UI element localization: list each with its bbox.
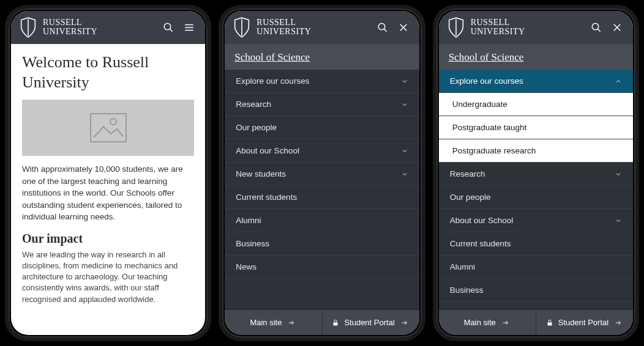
brand-line2: UNIVERSITY [471, 28, 525, 37]
section-breadcrumb: School of Science [439, 44, 633, 70]
brand-logo[interactable]: RUSSELL UNIVERSITY [20, 17, 97, 38]
section-breadcrumb: School of Science [225, 44, 419, 70]
brand-logo[interactable]: RUSSELL UNIVERSITY [233, 17, 311, 38]
student-portal-label: Student Portal [558, 318, 608, 327]
lock-icon [332, 318, 339, 327]
shield-icon [233, 17, 250, 38]
shield-icon [20, 17, 37, 38]
close-icon [612, 22, 623, 33]
arrow-right-icon [501, 319, 511, 326]
menu-item-label: New students [236, 169, 286, 179]
brand-line2: UNIVERSITY [256, 28, 311, 37]
menu-item-people[interactable]: Our people [225, 116, 419, 139]
main-site-button[interactable]: Main site [439, 310, 536, 335]
menu-item-news[interactable]: News [439, 302, 633, 309]
menu-item-label: Current students [450, 239, 511, 248]
menu-item-current-students[interactable]: Current students [225, 186, 419, 209]
main-site-button[interactable]: Main site [225, 310, 321, 335]
impact-paragraph: We are leading the way in research in al… [22, 249, 194, 305]
svg-rect-9 [547, 322, 552, 325]
svg-line-5 [384, 29, 387, 32]
brand-line1: RUSSELL [471, 18, 525, 28]
lock-icon [546, 318, 553, 327]
nav-menu-expanded: School of Science Explore our courses Un… [439, 44, 633, 335]
menu-item-alumni[interactable]: Alumni [225, 209, 419, 232]
menu-item-courses-expanded[interactable]: Explore our courses [439, 70, 633, 93]
brand-line2: UNIVERSITY [43, 28, 97, 37]
student-portal-button[interactable]: Student Portal [322, 310, 419, 335]
image-placeholder-icon [90, 113, 127, 142]
menu-item-label: Explore our courses [236, 76, 309, 86]
nav-menu: School of Science Explore our courses Re… [225, 44, 419, 335]
section-link[interactable]: School of Science [449, 51, 524, 63]
phone-frame-3: RUSSELL UNIVERSITY School of Science Exp… [433, 5, 639, 341]
menu-item-courses[interactable]: Explore our courses [225, 70, 419, 93]
submenu-item-undergraduate[interactable]: Undergraduate [439, 93, 633, 116]
menu-item-label: Business [236, 239, 269, 248]
svg-line-1 [170, 29, 173, 32]
chevron-down-icon [401, 147, 408, 155]
chevron-down-icon [615, 171, 622, 178]
menu-button[interactable] [182, 20, 197, 35]
bottom-bar: Main site Student Portal [439, 309, 633, 335]
impact-heading: Our impact [22, 232, 194, 246]
student-portal-label: Student Portal [344, 318, 394, 327]
svg-point-3 [110, 119, 116, 125]
close-icon [398, 22, 409, 33]
search-button[interactable] [375, 20, 390, 35]
search-icon [591, 22, 602, 33]
brand-line1: RUSSELL [43, 18, 97, 28]
svg-point-0 [165, 23, 171, 30]
search-button[interactable] [589, 20, 604, 35]
svg-point-7 [592, 23, 599, 30]
chevron-down-icon [401, 78, 408, 85]
arrow-right-icon [400, 319, 410, 326]
menu-list: Explore our courses Research Our people … [225, 70, 419, 309]
menu-item-people[interactable]: Our people [439, 186, 633, 209]
chevron-down-icon [401, 101, 408, 108]
top-bar: RUSSELL UNIVERSITY [439, 11, 633, 44]
menu-item-label: Alumni [450, 262, 475, 271]
section-link[interactable]: School of Science [234, 51, 310, 63]
search-icon [377, 22, 388, 33]
menu-item-label: About our School [236, 146, 299, 155]
main-site-label: Main site [464, 318, 496, 327]
menu-item-about[interactable]: About our School [225, 139, 419, 163]
close-menu-button[interactable] [610, 20, 624, 35]
menu-item-research[interactable]: Research [439, 163, 633, 186]
menu-item-about[interactable]: About our School [439, 209, 633, 232]
chevron-down-icon [401, 171, 408, 178]
chevron-down-icon [615, 217, 622, 224]
menu-item-news[interactable]: News [225, 256, 419, 279]
menu-item-label: Research [236, 100, 271, 109]
submenu-item-postgraduate-research[interactable]: Postgraduate research [439, 139, 633, 163]
submenu-item-postgraduate-taught[interactable]: Postgraduate taught [439, 116, 633, 139]
brand-logo[interactable]: RUSSELL UNIVERSITY [447, 17, 525, 38]
menu-item-business[interactable]: Business [225, 232, 419, 256]
menu-item-label: Business [450, 285, 484, 295]
hero-image-placeholder [22, 100, 194, 156]
brand-line1: RUSSELL [256, 18, 311, 28]
menu-item-label: Our people [450, 193, 491, 202]
arrow-right-icon [286, 319, 296, 326]
hamburger-icon [183, 22, 195, 33]
main-site-label: Main site [250, 318, 282, 327]
close-menu-button[interactable] [396, 20, 411, 35]
menu-item-label: Research [450, 169, 485, 179]
menu-item-research[interactable]: Research [225, 93, 419, 116]
menu-item-label: News [236, 262, 256, 271]
menu-item-current-students[interactable]: Current students [439, 232, 633, 256]
menu-item-business[interactable]: Business [439, 279, 633, 302]
menu-item-label: About our School [450, 216, 514, 225]
phone-frame-1: RUSSELL UNIVERSITY Welcome to Russell Un… [5, 5, 211, 341]
svg-rect-2 [91, 114, 126, 142]
search-button[interactable] [161, 20, 176, 35]
shield-icon [447, 17, 465, 38]
menu-item-alumni[interactable]: Alumni [439, 256, 633, 279]
student-portal-button[interactable]: Student Portal [536, 310, 633, 335]
menu-item-label: Alumni [236, 216, 261, 225]
menu-item-new-students[interactable]: New students [225, 163, 419, 186]
menu-item-label: Our people [236, 123, 277, 132]
menu-item-label: Explore our courses [450, 76, 523, 86]
top-bar: RUSSELL UNIVERSITY [225, 11, 419, 44]
